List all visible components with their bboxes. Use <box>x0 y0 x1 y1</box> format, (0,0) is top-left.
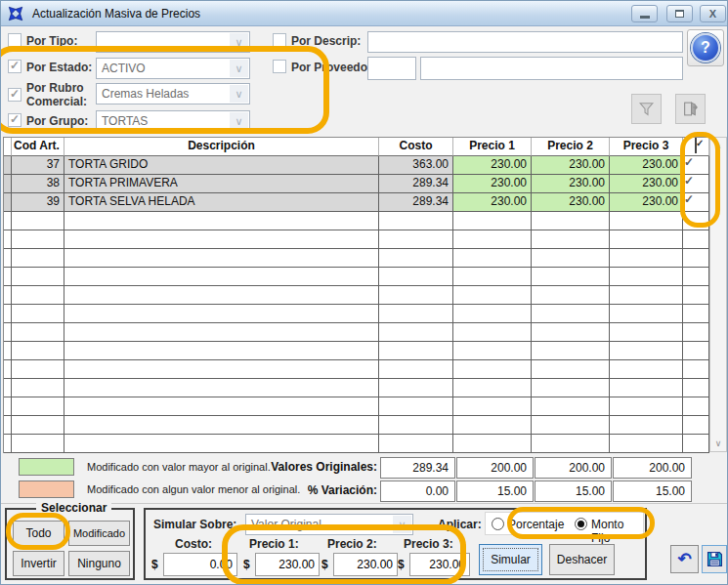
por-grupo-dropdown[interactable]: TORTAS ∨ <box>96 110 250 132</box>
grid-empty-row <box>4 360 709 379</box>
ninguno-button[interactable]: Ninguno <box>68 551 130 576</box>
cell-costo: 289.34 <box>379 193 453 212</box>
grid-scrollbar[interactable]: ∧ ∨ <box>709 137 727 452</box>
valores-costo: 289.34 <box>380 457 455 479</box>
grid-empty-row <box>4 212 709 230</box>
help-button[interactable]: ? <box>687 29 724 66</box>
simular-sobre-dropdown[interactable]: Valor Original ∨ <box>245 514 413 535</box>
header-checkbox-icon: ✓ <box>695 138 697 153</box>
por-rubro-dropdown[interactable]: Cremas Heladas ∨ <box>96 83 250 104</box>
row-checkbox[interactable]: ✓ <box>683 193 685 209</box>
legend-swatch-green <box>19 458 74 476</box>
chevron-down-icon: ∨ <box>230 112 248 130</box>
grid-empty-row <box>4 230 709 249</box>
window-titlebar: Actualización Masiva de Precios X <box>1 1 727 26</box>
cell-precio2: 230.00 <box>532 193 610 212</box>
por-proveedor-code-input[interactable] <box>367 57 416 80</box>
grid-row-37[interactable]: 37 TORTA GRIDO 363.00 230.00 230.00 230.… <box>4 156 709 175</box>
cell-precio3: 230.00 <box>610 175 683 193</box>
question-icon: ? <box>691 33 720 63</box>
grid-header-precio3[interactable]: Precio 3 <box>610 138 683 156</box>
variacion-precio3: 15.00 <box>613 481 692 502</box>
por-grupo-checkbox[interactable]: ✓ <box>8 113 21 127</box>
grid-header-desc[interactable]: Descripción <box>64 138 379 156</box>
price-grid: Cod Art. Descripción Costo Precio 1 Prec… <box>3 137 709 453</box>
porcentaje-label[interactable]: Porcentaje <box>508 518 564 531</box>
por-descrip-label: Por Descrip: <box>291 34 361 48</box>
grid-header-check[interactable]: ✓ <box>683 138 709 156</box>
precio2-input[interactable] <box>333 553 398 576</box>
scroll-down-icon[interactable]: ∨ <box>710 436 726 451</box>
grid-empty-row <box>4 435 709 453</box>
monto-fijo-label[interactable]: Monto Fijo <box>591 518 643 545</box>
cell-desc: TORTA PRIMAVERA <box>64 175 379 193</box>
precio1-input[interactable] <box>255 553 320 576</box>
chevron-down-icon: ∨ <box>230 33 248 51</box>
costo-label: Costo: <box>175 537 212 551</box>
cell-desc: TORTA SELVA HELADA <box>64 193 379 212</box>
grid-header-costo[interactable]: Costo <box>379 138 453 156</box>
valores-precio1: 200.00 <box>456 457 534 479</box>
grid-row-38[interactable]: 38 TORTA PRIMAVERA 289.34 230.00 230.00 … <box>4 175 709 193</box>
por-estado-label: Por Estado: <box>26 61 92 74</box>
funnel-icon <box>638 101 655 117</box>
precio2-currency: $ <box>321 558 328 571</box>
grid-header-precio2[interactable]: Precio 2 <box>532 138 610 156</box>
modificado-button[interactable]: Modificado <box>68 521 130 546</box>
close-button[interactable]: X <box>700 5 726 22</box>
grid-empty-row <box>4 268 709 286</box>
simular-button[interactable]: Simular <box>479 544 542 575</box>
row-checkbox[interactable]: ✓ <box>683 156 685 172</box>
exit-button[interactable] <box>675 94 706 124</box>
cell-precio3: 230.00 <box>610 193 683 212</box>
precio3-input[interactable] <box>409 553 470 576</box>
costo-currency: $ <box>151 558 158 571</box>
chevron-down-icon: ∨ <box>230 60 248 77</box>
cell-desc: TORTA GRIDO <box>64 156 379 175</box>
costo-input[interactable] <box>163 553 237 576</box>
save-button[interactable] <box>702 545 727 573</box>
por-rubro-label-line2: Comercial: <box>26 95 87 108</box>
por-rubro-checkbox[interactable]: ✓ <box>8 88 21 102</box>
undo-button[interactable]: ↶ <box>670 545 699 573</box>
grid-row-39[interactable]: 39 TORTA SELVA HELADA 289.34 230.00 230.… <box>4 193 709 212</box>
aplicar-label: Aplicar: <box>438 518 482 531</box>
grid-header-row: Cod Art. Descripción Costo Precio 1 Prec… <box>4 138 709 156</box>
por-tipo-dropdown[interactable]: ∨ <box>96 31 250 53</box>
precio3-currency: $ <box>398 558 405 571</box>
por-proveedor-label: Por Proveedor: <box>291 61 376 74</box>
por-estado-dropdown[interactable]: ACTIVO ∨ <box>96 58 250 79</box>
minimize-button[interactable] <box>631 5 658 22</box>
precio1-currency: $ <box>243 558 250 571</box>
por-estado-checkbox[interactable]: ✓ <box>8 60 21 73</box>
row-checkbox[interactable]: ✓ <box>683 175 685 190</box>
por-descrip-input[interactable] <box>367 31 683 53</box>
variacion-precio2: 15.00 <box>535 481 612 502</box>
filter-button[interactable] <box>631 94 662 124</box>
deshacer-button[interactable]: Deshacer <box>549 544 615 575</box>
por-descrip-checkbox[interactable] <box>273 33 286 47</box>
undo-icon: ↶ <box>677 549 691 569</box>
invertir-button[interactable]: Invertir <box>13 551 64 576</box>
monto-fijo-radio[interactable] <box>575 518 587 530</box>
chevron-down-icon: ∨ <box>230 85 248 103</box>
cell-precio1: 230.00 <box>453 175 532 193</box>
por-tipo-checkbox[interactable] <box>8 33 21 47</box>
por-proveedor-name-input[interactable] <box>420 57 683 80</box>
grid-empty-row <box>4 323 709 342</box>
porcentaje-radio[interactable] <box>492 518 504 530</box>
aplicar-options: Porcentaje Monto Fijo <box>485 512 644 535</box>
app-window: Actualización Masiva de Precios X Por Ti… <box>0 0 728 585</box>
scroll-up-icon[interactable]: ∧ <box>710 138 726 153</box>
grid-header-precio1[interactable]: Precio 1 <box>453 138 532 156</box>
por-proveedor-checkbox[interactable] <box>273 60 286 73</box>
todo-button[interactable]: Todo <box>13 521 64 546</box>
maximize-button[interactable] <box>666 5 693 22</box>
variacion-precio1: 15.00 <box>456 481 534 502</box>
chevron-down-icon: ∨ <box>393 516 411 533</box>
grid-header-cod[interactable]: Cod Art. <box>12 138 64 156</box>
close-icon: X <box>709 8 716 20</box>
grid-body <box>4 212 709 453</box>
cell-costo: 363.00 <box>379 156 453 175</box>
por-tipo-label: Por Tipo: <box>26 34 77 48</box>
